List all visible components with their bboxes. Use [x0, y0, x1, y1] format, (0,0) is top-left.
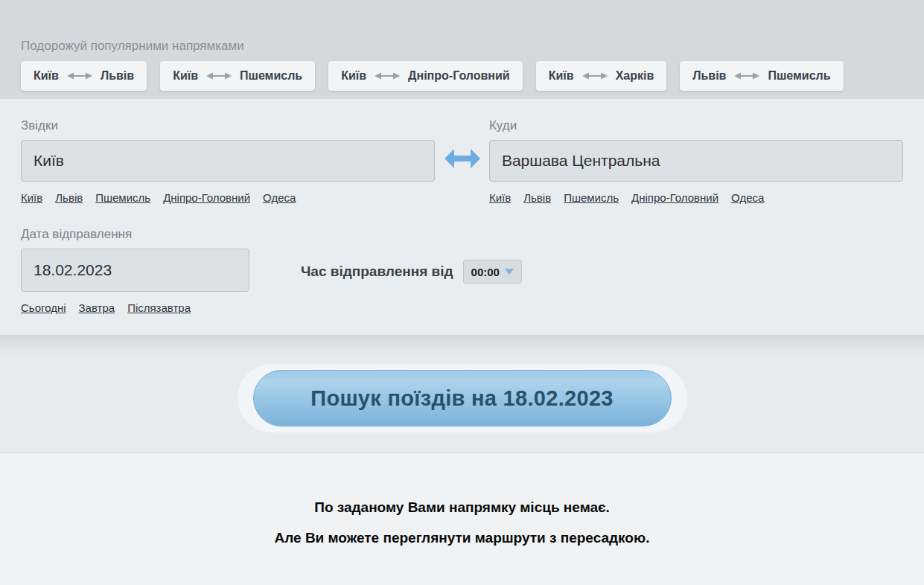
quick-link-day-after-tomorrow[interactable]: Післязавтра — [127, 301, 191, 314]
transfer-routes-message: Але Ви можете переглянути маршрути з пер… — [0, 530, 924, 546]
to-field-group: Куди Київ Львів Пшемисль Дніпро-Головний… — [489, 118, 903, 204]
popular-route-button-kyiv-lviv[interactable]: Київ Львів — [21, 61, 147, 91]
departure-time-label: Час відправлення від — [301, 263, 453, 280]
quick-link-station[interactable]: Дніпро-Головний — [163, 191, 250, 204]
from-station-input[interactable] — [21, 140, 435, 182]
swap-arrow-icon — [445, 149, 480, 168]
popular-route-button-kyiv-przemysl[interactable]: Київ Пшемисль — [160, 61, 315, 91]
to-station-input[interactable] — [489, 140, 903, 182]
route-from-city: Київ — [341, 69, 366, 83]
route-to-city: Пшемисль — [240, 69, 302, 83]
route-to-city: Дніпро-Головний — [408, 69, 510, 83]
from-field-group: Звідки Київ Львів Пшемисль Дніпро-Головн… — [21, 118, 435, 204]
departure-time-group: Час відправлення від 00:00 — [301, 260, 522, 284]
chevron-down-icon — [505, 269, 514, 275]
popular-routes-heading: Подорожуй популярними напрямками — [21, 39, 903, 54]
quick-link-tomorrow[interactable]: Завтра — [79, 301, 115, 314]
route-to-city: Львів — [101, 69, 134, 83]
quick-link-station[interactable]: Одеса — [263, 191, 296, 204]
popular-routes-section: Подорожуй популярними напрямками Київ Ль… — [0, 0, 924, 99]
quick-link-station[interactable]: Пшемисль — [95, 191, 150, 204]
quick-link-station[interactable]: Львів — [55, 191, 83, 204]
departure-date-input[interactable] — [21, 249, 249, 292]
search-button-section: Пошук поїздів на 18.02.2023 — [0, 335, 924, 453]
quick-link-station[interactable]: Львів — [523, 191, 551, 204]
route-from-city: Київ — [173, 69, 198, 83]
double-arrow-icon — [582, 71, 608, 80]
departure-time-select[interactable]: 00:00 — [463, 260, 522, 284]
double-arrow-icon — [67, 71, 92, 80]
search-button-halo: Пошук поїздів на 18.02.2023 — [238, 364, 687, 432]
date-label: Дата відправлення — [21, 227, 249, 242]
search-form-section: Звідки Київ Львів Пшемисль Дніпро-Головн… — [0, 99, 924, 335]
popular-route-button-kyiv-dnipro[interactable]: Київ Дніпро-Головний — [328, 61, 523, 91]
to-label: Куди — [489, 118, 903, 133]
quick-link-today[interactable]: Сьогодні — [21, 301, 66, 314]
date-time-row: Дата відправлення Сьогодні Завтра Післяз… — [21, 227, 903, 314]
results-section: По заданому Вами напрямку місць немає. А… — [0, 453, 924, 585]
quick-link-station[interactable]: Пшемисль — [564, 191, 619, 204]
double-arrow-icon — [206, 71, 232, 80]
direction-row: Звідки Київ Львів Пшемисль Дніпро-Головн… — [21, 118, 903, 204]
quick-link-station[interactable]: Одеса — [731, 191, 764, 204]
route-from-city: Київ — [34, 69, 59, 83]
popular-route-button-lviv-przemysl[interactable]: Львів Пшемисль — [680, 61, 843, 91]
date-quick-links: Сьогодні Завтра Післязавтра — [21, 301, 249, 314]
departure-time-value: 00:00 — [471, 266, 500, 278]
to-quick-links: Київ Львів Пшемисль Дніпро-Головний Одес… — [489, 191, 903, 204]
popular-route-button-kyiv-kharkiv[interactable]: Київ Харків — [536, 61, 667, 91]
no-seats-message: По заданому Вами напрямку місць немає. — [0, 499, 924, 516]
route-from-city: Київ — [549, 69, 574, 83]
from-quick-links: Київ Львів Пшемисль Дніпро-Головний Одес… — [21, 191, 435, 204]
quick-link-station[interactable]: Дніпро-Головний — [631, 191, 719, 204]
quick-link-station[interactable]: Київ — [489, 191, 511, 204]
from-label: Звідки — [21, 118, 435, 133]
double-arrow-icon — [375, 71, 400, 80]
popular-routes-row: Київ Львів Київ Пшемисль Київ — [21, 61, 903, 91]
search-trains-button[interactable]: Пошук поїздів на 18.02.2023 — [253, 370, 672, 426]
route-to-city: Харків — [616, 69, 654, 83]
double-arrow-icon — [734, 71, 759, 80]
swap-directions-button[interactable] — [435, 149, 489, 168]
route-from-city: Львів — [692, 69, 726, 83]
date-field-group: Дата відправлення Сьогодні Завтра Післяз… — [21, 227, 249, 314]
route-to-city: Пшемисль — [768, 69, 830, 83]
quick-link-station[interactable]: Київ — [21, 191, 42, 204]
